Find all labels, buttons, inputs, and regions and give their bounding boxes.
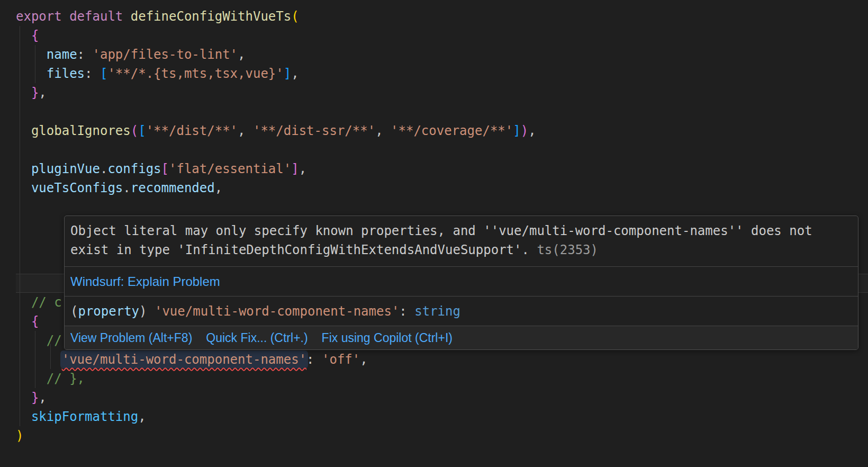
code-line[interactable]: globalIgnores(['**/dist/**', '**/dist-ss… — [16, 121, 536, 140]
code-token: , — [238, 47, 245, 62]
code-line[interactable]: skipFormatting, — [16, 407, 536, 426]
code-line[interactable]: export default defineConfigWithVueTs( — [16, 7, 536, 26]
code-token: , — [360, 352, 367, 367]
code-token — [16, 47, 47, 62]
code-line[interactable]: pluginVue.configs['flat/essential'], — [16, 159, 536, 178]
code-token: . — [100, 161, 107, 176]
code-token: // c — [16, 295, 62, 310]
quick-fix-link[interactable]: Quick Fix... (Ctrl+.) — [206, 331, 308, 345]
code-line[interactable]: }, — [16, 83, 536, 102]
error-hover-tooltip: Object literal may only specify known pr… — [64, 215, 858, 350]
property-info-token: property — [78, 304, 139, 319]
code-token: pluginVue — [31, 161, 100, 176]
code-token: : — [85, 66, 100, 81]
code-token: 'app/files-to-lint' — [93, 47, 238, 62]
code-token: recommended — [131, 181, 215, 195]
code-line[interactable]: }, — [16, 388, 536, 407]
code-token: { — [31, 314, 39, 329]
view-problem-link[interactable]: View Problem (Alt+F8) — [70, 331, 192, 345]
code-token: , — [238, 123, 253, 138]
code-token: ) — [521, 123, 528, 138]
property-info-token: ) — [139, 304, 155, 319]
code-token — [16, 314, 31, 329]
code-token: ) — [16, 428, 23, 443]
code-line[interactable]: { — [16, 26, 536, 45]
property-info-token: 'vue/multi-word-component-names' — [155, 304, 399, 319]
code-token — [16, 28, 31, 43]
error-message: Object literal may only specify known pr… — [65, 216, 858, 266]
code-token — [16, 181, 31, 195]
code-token: , — [299, 161, 306, 176]
code-token: '**/*.{ts,mts,tsx,vue}' — [107, 66, 283, 81]
code-token: '**/coverage/**' — [391, 123, 513, 138]
code-token — [16, 352, 62, 367]
code-token: [ — [161, 161, 169, 176]
code-line[interactable] — [16, 140, 536, 159]
property-type-info: (property) 'vue/multi-word-component-nam… — [65, 296, 858, 326]
code-token: , — [528, 123, 536, 138]
code-token: ( — [131, 123, 138, 138]
code-line[interactable]: // }, — [16, 369, 536, 388]
code-line[interactable]: 'vue/multi-word-component-names': 'off', — [16, 350, 536, 369]
windsurf-explain-problem-link[interactable]: Windsurf: Explain Problem — [70, 274, 220, 289]
code-token: defineConfigWithVueTs — [131, 9, 291, 24]
code-token: '**/dist-ssr/**' — [253, 123, 375, 138]
code-token: . — [123, 181, 130, 195]
code-token: vueTsConfigs — [31, 181, 123, 195]
error-code: ts(2353) — [537, 243, 598, 257]
code-token: 'flat/essential' — [169, 161, 291, 176]
code-token: , — [291, 66, 299, 81]
code-token: ( — [291, 9, 299, 24]
code-token: } — [31, 390, 39, 405]
code-token: : — [77, 47, 93, 62]
code-token: ] — [513, 123, 520, 138]
code-token: skipFormatting — [31, 409, 138, 424]
hover-actions: View Problem (Alt+F8)Quick Fix... (Ctrl+… — [65, 326, 858, 349]
code-token: '**/dist/**' — [146, 123, 238, 138]
code-token: ] — [284, 66, 291, 81]
code-token: } — [31, 85, 39, 100]
property-info-token: : — [399, 304, 414, 319]
code-token: [ — [100, 66, 107, 81]
code-token: // — [16, 333, 62, 348]
code-token — [16, 390, 31, 405]
code-token — [16, 66, 47, 81]
windsurf-row: Windsurf: Explain Problem — [65, 266, 858, 296]
code-token: ] — [291, 161, 299, 176]
code-token — [16, 409, 31, 424]
code-token: , — [39, 390, 46, 405]
code-token: export default — [16, 9, 131, 24]
code-line[interactable]: vueTsConfigs.recommended, — [16, 178, 536, 197]
code-token: , — [215, 181, 222, 195]
code-line[interactable]: files: ['**/*.{ts,mts,tsx,vue}'], — [16, 64, 536, 83]
code-token: { — [31, 28, 39, 43]
code-token: name — [47, 47, 77, 62]
code-token: [ — [138, 123, 146, 138]
code-line[interactable]: ) — [16, 426, 536, 445]
property-info-token: ( — [70, 304, 78, 319]
code-token: : — [306, 352, 322, 367]
code-line[interactable]: name: 'app/files-to-lint', — [16, 45, 536, 64]
code-token: files — [47, 66, 85, 81]
code-token: , — [375, 123, 391, 138]
code-token — [16, 85, 31, 100]
code-token — [16, 161, 31, 176]
code-line[interactable] — [16, 197, 536, 217]
code-token — [16, 123, 31, 138]
code-token: globalIgnores — [31, 123, 131, 138]
error-message-text: Object literal may only specify known pr… — [70, 223, 812, 257]
code-line[interactable] — [16, 102, 536, 121]
error-token[interactable]: 'vue/multi-word-component-names' — [62, 352, 306, 367]
code-editor[interactable]: export default defineConfigWithVueTs( { … — [0, 0, 868, 467]
code-token: 'off' — [322, 352, 360, 367]
code-token: configs — [107, 161, 161, 176]
code-token: // }, — [16, 371, 85, 386]
property-info-token: string — [414, 304, 460, 319]
fix-using-copilot-link[interactable]: Fix using Copilot (Ctrl+I) — [322, 331, 453, 345]
code-token: , — [138, 409, 146, 424]
code-token: , — [39, 85, 46, 100]
